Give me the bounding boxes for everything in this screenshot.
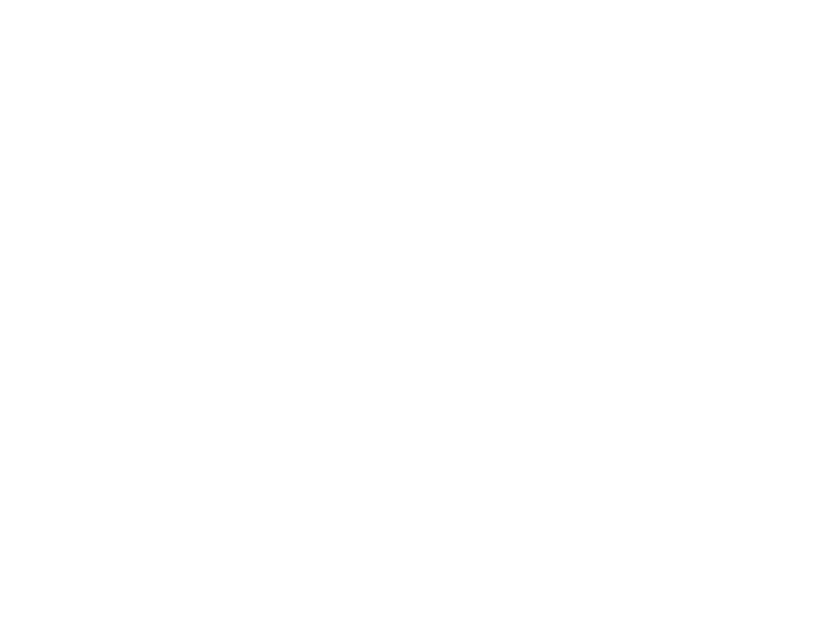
- main-container: [0, 0, 840, 624]
